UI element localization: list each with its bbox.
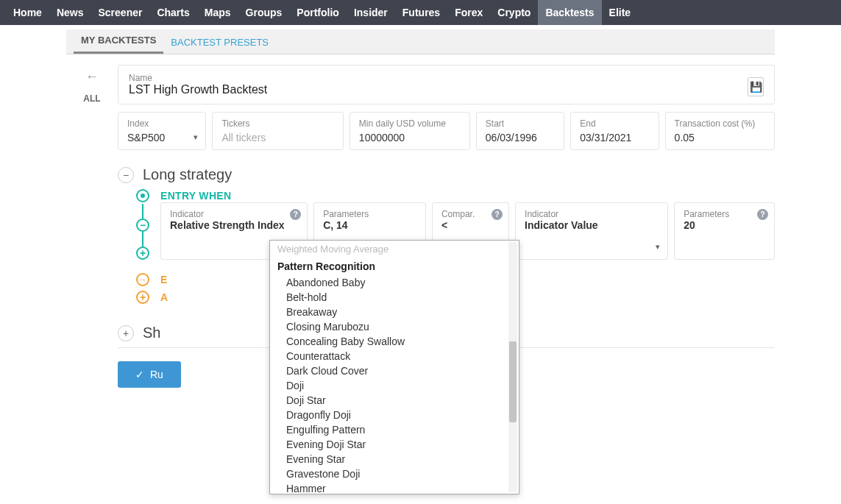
- dropdown-item[interactable]: Concealing Baby Swallow: [270, 334, 519, 349]
- exit-label-partial: E: [160, 274, 167, 285]
- backtest-name-value[interactable]: LST High Growth Backtest: [129, 83, 267, 96]
- run-label-partial: Ru: [150, 369, 163, 380]
- long-strategy-header: − Long strategy: [118, 166, 775, 183]
- start-date-field[interactable]: Start 06/03/1996: [476, 112, 564, 150]
- dropdown-group-header: Pattern Recognition: [270, 258, 519, 275]
- indicator2-field[interactable]: Indicator Indicator Value ▾: [515, 202, 668, 260]
- chevron-down-icon: ▾: [656, 242, 660, 252]
- indicator1-label: Indicator: [170, 209, 298, 219]
- check-icon: ✓: [135, 369, 144, 380]
- indicator-dropdown[interactable]: Weighted Moving Average Pattern Recognit…: [269, 240, 519, 455]
- dropdown-item[interactable]: Doji Star: [270, 393, 519, 408]
- top-nav: HomeNewsScreenerChartsMapsGroupsPortfoli…: [0, 0, 841, 25]
- chevron-down-icon: ▾: [194, 132, 198, 142]
- index-value: S&P500: [127, 132, 196, 143]
- index-label: Index: [127, 118, 196, 129]
- nav-backtests[interactable]: Backtests: [538, 0, 601, 25]
- dropdown-item[interactable]: Counterattack: [270, 349, 519, 363]
- nav-futures[interactable]: Futures: [395, 0, 447, 25]
- name-card: Name LST High Growth Backtest 💾: [118, 65, 775, 104]
- min-volume-value: 10000000: [359, 132, 461, 143]
- txn-value: 0.05: [675, 132, 765, 143]
- nav-crypto[interactable]: Crypto: [490, 0, 538, 25]
- dropdown-scrollbar[interactable]: [508, 242, 517, 455]
- save-icon[interactable]: 💾: [748, 77, 764, 96]
- nav-groups[interactable]: Groups: [238, 0, 290, 25]
- dropdown-item[interactable]: Belt-hold: [270, 290, 519, 305]
- tickers-field[interactable]: Tickers All tickers: [212, 112, 343, 150]
- txn-label: Transaction cost (%): [675, 118, 765, 129]
- dropdown-item[interactable]: Dark Cloud Cover: [270, 363, 519, 378]
- parameters2-value: 20: [684, 219, 765, 231]
- indicator1-value: Relative Strength Index: [170, 219, 298, 231]
- tickers-label: Tickers: [221, 118, 333, 129]
- dropdown-item[interactable]: Dragonfly Doji: [270, 408, 519, 422]
- nav-insider[interactable]: Insider: [347, 0, 395, 25]
- nav-maps[interactable]: Maps: [197, 0, 238, 25]
- indicator2-label: Indicator: [525, 209, 659, 219]
- parameters2-label: Parameters: [684, 209, 765, 219]
- left-sidebar: ← ALL: [66, 65, 118, 388]
- start-value: 06/03/1996: [486, 132, 555, 143]
- entry-when-label: ENTRY WHEN: [160, 190, 231, 202]
- dropdown-item[interactable]: Evening Star: [270, 452, 519, 455]
- parameters2-field[interactable]: ? Parameters 20: [674, 202, 775, 260]
- parameters1-label: Parameters: [323, 209, 416, 219]
- txn-cost-field[interactable]: Transaction cost (%) 0.05: [665, 112, 775, 150]
- short-strategy-title-partial: Sh: [143, 324, 160, 341]
- dropdown-item[interactable]: Evening Doji Star: [270, 437, 519, 452]
- nav-screener[interactable]: Screener: [91, 0, 149, 25]
- help-icon[interactable]: ?: [492, 209, 503, 220]
- dropdown-item[interactable]: Breakaway: [270, 305, 519, 319]
- collapse-long-button[interactable]: −: [118, 167, 134, 183]
- run-backtest-button[interactable]: ✓ Ru: [118, 361, 181, 388]
- end-label: End: [580, 118, 649, 129]
- entry-node-icon: [136, 189, 149, 202]
- nav-news[interactable]: News: [49, 0, 91, 25]
- add-rule-orange-icon[interactable]: +: [136, 291, 149, 304]
- end-date-field[interactable]: End 03/31/2021: [570, 112, 659, 150]
- nav-elite[interactable]: Elite: [602, 0, 639, 25]
- expand-short-button[interactable]: +: [118, 325, 134, 341]
- min-volume-label: Min daily USD volume: [359, 118, 461, 129]
- start-label: Start: [486, 118, 555, 129]
- index-field[interactable]: Index S&P500 ▾: [118, 112, 206, 150]
- min-volume-field[interactable]: Min daily USD volume 10000000: [349, 112, 470, 150]
- filter-all[interactable]: ALL: [66, 93, 118, 104]
- name-label: Name: [129, 73, 267, 83]
- dropdown-item[interactable]: Abandoned Baby: [270, 275, 519, 290]
- help-icon[interactable]: ?: [757, 209, 768, 220]
- end-value: 03/31/2021: [580, 132, 649, 143]
- dropdown-item[interactable]: Doji: [270, 378, 519, 393]
- add-rule-teal-icon[interactable]: +: [136, 246, 149, 260]
- long-strategy-title: Long strategy: [143, 166, 232, 183]
- comparator-value: <: [441, 219, 500, 231]
- nav-home[interactable]: Home: [6, 0, 49, 25]
- nav-charts[interactable]: Charts: [149, 0, 196, 25]
- remove-rule-icon[interactable]: −: [136, 219, 149, 232]
- nav-forex[interactable]: Forex: [447, 0, 490, 25]
- config-row: Index S&P500 ▾ Tickers All tickers Min d…: [118, 112, 775, 150]
- tab-my-backtests[interactable]: MY BACKTESTS: [74, 29, 163, 54]
- dropdown-item[interactable]: Closing Marubozu: [270, 319, 519, 334]
- indicator2-value: Indicator Value: [525, 219, 659, 231]
- dropdown-item[interactable]: Engulfing Pattern: [270, 422, 519, 437]
- subtabs-bar: MY BACKTESTS BACKTEST PRESETS: [66, 29, 775, 54]
- help-icon[interactable]: ?: [290, 209, 301, 220]
- back-arrow-icon[interactable]: ←: [66, 65, 118, 89]
- nav-portfolio[interactable]: Portfolio: [289, 0, 347, 25]
- parameters1-value: C, 14: [323, 219, 416, 231]
- dropdown-prev-item[interactable]: Weighted Moving Average: [270, 241, 519, 258]
- exit-node-icon: →: [136, 273, 149, 286]
- tab-backtest-presets[interactable]: BACKTEST PRESETS: [163, 31, 276, 54]
- scrollbar-thumb[interactable]: [509, 341, 517, 422]
- add-label-partial: A: [160, 291, 168, 303]
- tickers-placeholder: All tickers: [221, 132, 333, 143]
